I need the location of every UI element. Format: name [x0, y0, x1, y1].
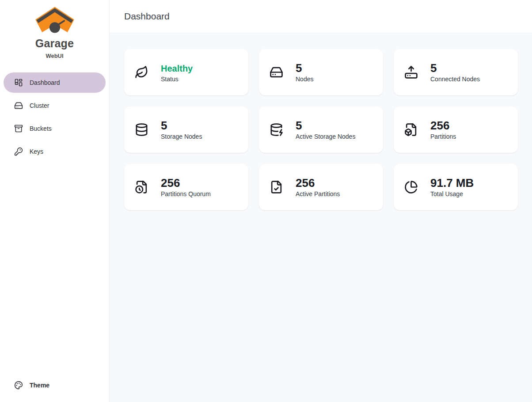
stat-value: 256 — [430, 119, 456, 132]
leaf-icon — [135, 65, 148, 79]
app-name: Garage — [4, 37, 106, 50]
stat-value: 256 — [296, 177, 340, 190]
stat-card-total-usage: 91.7 MB Total Usage — [394, 164, 518, 210]
stat-card-active-storage-nodes: 5 Active Storage Nodes — [259, 106, 383, 153]
stat-cards-grid: Healthy Status 5 Nodes — [124, 49, 518, 210]
layout-dashboard-icon — [14, 78, 23, 87]
stat-value: 5 — [161, 119, 202, 132]
sidebar: Garage WebUI Dashboard Cluster Buckets — [0, 0, 110, 402]
database-icon — [135, 123, 148, 137]
dashboard-content: Healthy Status 5 Nodes — [110, 32, 532, 402]
main-area: Dashboard Healthy Status — [110, 0, 532, 402]
theme-button-label: Theme — [30, 382, 49, 389]
stat-card-storage-nodes: 5 Storage Nodes — [124, 106, 248, 153]
sidebar-item-label: Cluster — [30, 102, 49, 109]
stat-value: Healthy — [161, 62, 193, 75]
sidebar-item-cluster[interactable]: Cluster — [4, 95, 106, 116]
stat-label: Active Partitions — [296, 190, 340, 197]
stat-label: Partitions — [430, 133, 456, 140]
archive-icon — [14, 124, 23, 133]
stat-card-partitions-quorum: 256 Partitions Quorum — [124, 164, 248, 210]
sidebar-item-label: Keys — [30, 148, 43, 155]
stat-label: Status — [161, 76, 193, 83]
stat-label: Storage Nodes — [161, 133, 202, 140]
database-zap-icon — [270, 123, 283, 137]
sidebar-footer: Theme — [4, 376, 106, 394]
stat-card-partitions: 256 Partitions — [394, 106, 518, 153]
logo-block: Garage WebUI — [4, 6, 106, 59]
sidebar-item-dashboard[interactable]: Dashboard — [4, 72, 106, 93]
stat-value: 5 — [430, 62, 480, 75]
theme-button[interactable]: Theme — [4, 376, 106, 394]
sidebar-item-label: Buckets — [30, 125, 52, 132]
sidebar-item-label: Dashboard — [30, 79, 60, 86]
stat-value: 5 — [296, 62, 313, 75]
sidebar-item-buckets[interactable]: Buckets — [4, 118, 106, 139]
stat-label: Nodes — [296, 76, 313, 83]
palette-icon — [14, 381, 23, 390]
stat-label: Connected Nodes — [430, 76, 480, 83]
stat-value: 5 — [296, 119, 355, 132]
app-subtitle: WebUI — [4, 53, 106, 59]
garage-logo-icon — [34, 6, 75, 36]
stat-card-nodes: 5 Nodes — [259, 49, 383, 95]
stat-label: Total Usage — [430, 190, 474, 197]
stat-card-connected-nodes: 5 Connected Nodes — [394, 49, 518, 95]
pie-chart-icon — [404, 180, 418, 194]
file-check-icon — [270, 180, 283, 194]
stat-card-active-partitions: 256 Active Partitions — [259, 164, 383, 210]
page-title: Dashboard — [124, 11, 170, 22]
hard-drive-icon — [14, 101, 23, 110]
file-clock-icon — [135, 180, 148, 194]
topbar: Dashboard — [110, 0, 532, 32]
stat-card-status: Healthy Status — [124, 49, 248, 95]
hard-drive-icon — [270, 65, 283, 79]
stat-label: Partitions Quorum — [161, 190, 211, 197]
sidebar-item-keys[interactable]: Keys — [4, 141, 106, 162]
stat-label: Active Storage Nodes — [296, 133, 355, 140]
sidebar-nav: Dashboard Cluster Buckets Keys — [4, 72, 106, 162]
file-box-icon — [404, 123, 418, 137]
stat-value: 256 — [161, 177, 211, 190]
hard-drive-upload-icon — [404, 65, 418, 79]
key-round-icon — [14, 147, 23, 156]
stat-value: 91.7 MB — [430, 177, 474, 190]
